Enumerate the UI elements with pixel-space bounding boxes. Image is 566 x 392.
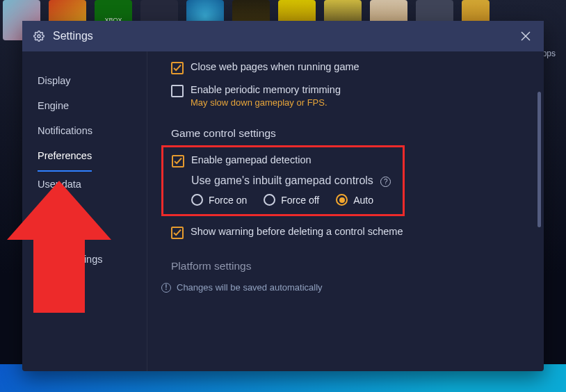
sidebar-item-preferences[interactable]: Preferences (22, 143, 147, 168)
sidebar-item-about[interactable]: About (22, 272, 147, 297)
check-icon (173, 64, 181, 72)
modal-header: Settings (22, 21, 544, 51)
gear-icon (33, 31, 45, 42)
info-icon: ! (161, 283, 171, 293)
label-warning-delete-scheme: Show warning before deleting a control s… (191, 226, 403, 237)
row-memory-trimming: Enable periodic memory trimming May slow… (171, 84, 544, 108)
sidebar-item-notifications[interactable]: Notifications (22, 118, 147, 143)
row-inbuilt-gamepad: Use game's inbuilt gamepad controls ? Fo… (191, 174, 394, 206)
radio-label-force-on: Force on (209, 195, 247, 206)
scrollbar-thumb[interactable] (537, 92, 541, 227)
radio-label-force-off: Force off (281, 195, 319, 206)
highlight-box: Enable gamepad detection Use game's inbu… (161, 145, 405, 216)
sidebar-item-engine[interactable]: Engine (22, 93, 147, 118)
sidebar-item-userdata[interactable]: User data (22, 172, 147, 197)
note-memory-trimming: May slow down gameplay or FPS. (191, 97, 341, 108)
row-gamepad-detection: Enable gamepad detection (172, 154, 394, 168)
autosave-text: Changes will be saved automatically (177, 282, 323, 293)
radio-force-off[interactable]: Force off (264, 194, 319, 206)
checkbox-memory-trimming[interactable] (171, 85, 184, 97)
row-close-web-pages: Close web pages when running game (171, 61, 544, 74)
sidebar-item-gamesettings[interactable]: Game settings (22, 247, 147, 272)
modal-title: Settings (53, 30, 93, 42)
radio-icon (264, 194, 275, 206)
label-close-web-pages: Close web pages when running game (191, 61, 359, 72)
check-icon (173, 229, 181, 237)
sidebar-item-shortcutkeys[interactable]: Shortcut keys (22, 222, 147, 247)
autosave-note: ! Changes will be saved automatically (161, 282, 544, 293)
radio-icon (191, 194, 203, 206)
label-memory-trimming: Enable periodic memory trimming (191, 84, 341, 95)
checkbox-gamepad-detection[interactable] (172, 155, 184, 168)
section-heading-platform: Platform settings (171, 260, 544, 272)
sidebar: Display Engine Notifications Preferences… (22, 51, 147, 371)
radio-label-auto: Auto (353, 195, 373, 206)
check-icon (174, 157, 182, 165)
radio-auto[interactable]: Auto (336, 194, 373, 206)
section-heading-game-control: Game control settings (171, 127, 544, 140)
close-icon (521, 31, 531, 41)
radio-force-on[interactable]: Force on (191, 194, 247, 206)
sidebar-item-display[interactable]: Display (22, 68, 147, 93)
content-pane: Close web pages when running game Enable… (147, 51, 544, 371)
pps-label: pps (542, 49, 556, 58)
close-button[interactable] (519, 29, 533, 43)
settings-modal: Settings Display Engine Notifications Pr… (22, 21, 544, 371)
radio-icon-selected (336, 194, 348, 206)
checkbox-warning-delete-scheme[interactable] (171, 227, 184, 239)
help-icon[interactable]: ? (380, 177, 391, 187)
label-inbuilt-gamepad: Use game's inbuilt gamepad controls (191, 174, 373, 186)
row-warning-delete-scheme: Show warning before deleting a control s… (171, 226, 544, 239)
checkbox-close-web-pages[interactable] (171, 62, 184, 74)
svg-point-0 (38, 35, 40, 38)
label-gamepad-detection: Enable gamepad detection (191, 154, 312, 165)
